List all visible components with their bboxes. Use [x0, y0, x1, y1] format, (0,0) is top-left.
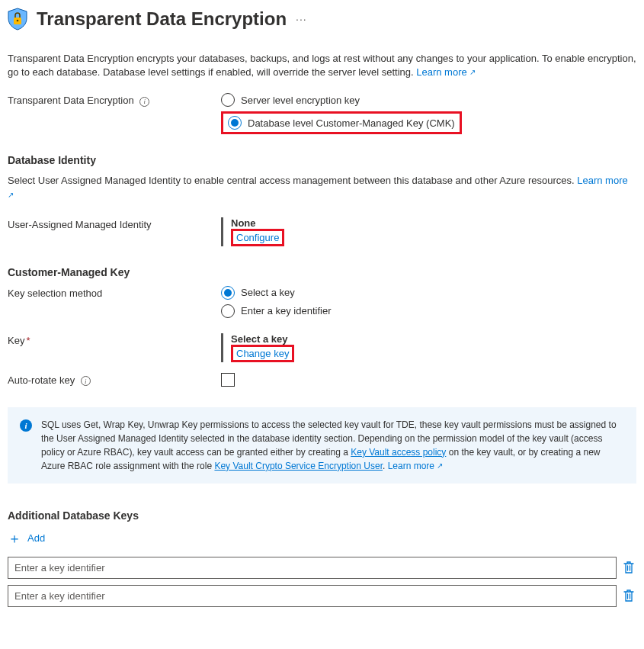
auto-rotate-checkbox[interactable] — [221, 373, 235, 387]
info-filled-icon: i — [20, 419, 32, 432]
server-level-radio-label: Server level encryption key — [241, 95, 360, 106]
key-vault-crypto-role-link[interactable]: Key Vault Crypto Service Encryption User — [214, 461, 383, 471]
key-value: Select a key — [231, 333, 636, 345]
key-vault-access-policy-link[interactable]: Key Vault access policy — [351, 447, 446, 458]
delete-key-button[interactable] — [623, 561, 636, 574]
configure-identity-link[interactable]: Configure — [236, 232, 279, 243]
server-level-radio[interactable]: Server level encryption key — [221, 93, 636, 107]
database-level-cmk-radio-label: Database level Customer-Managed Key (CMK… — [248, 117, 455, 129]
shield-lock-icon — [8, 8, 27, 31]
select-key-radio[interactable]: Select a key — [221, 286, 636, 300]
key-identifier-row — [8, 585, 636, 607]
page-description: Transparent Data Encryption encrypts you… — [8, 52, 636, 79]
radio-unselected-icon — [221, 93, 235, 107]
tde-label: Transparent Data Encryption i — [8, 93, 221, 107]
select-key-radio-label: Select a key — [241, 287, 295, 298]
plus-icon: ＋ — [8, 529, 21, 548]
key-label: Key* — [8, 333, 221, 346]
database-identity-description: Select User Assigned Managed Identity to… — [8, 174, 636, 201]
infobox-learn-more-link[interactable]: Learn more ↗ — [388, 461, 444, 471]
delete-key-button[interactable] — [623, 589, 636, 602]
key-identifier-input[interactable] — [8, 585, 617, 607]
radio-unselected-icon — [221, 304, 235, 318]
page-title: Transparent Data Encryption — [37, 8, 287, 30]
svg-point-1 — [17, 20, 19, 22]
info-callout: i SQL uses Get, Wrap Key, Unwrap Key per… — [8, 407, 636, 484]
key-selection-method-label: Key selection method — [8, 286, 221, 299]
radio-selected-icon — [228, 116, 242, 130]
enter-key-identifier-radio-label: Enter a key identifier — [241, 305, 332, 316]
add-key-label: Add — [27, 532, 45, 544]
uami-value: None — [231, 217, 636, 229]
uami-label: User-Assigned Managed Identity — [8, 217, 221, 230]
info-icon[interactable]: i — [81, 376, 91, 386]
database-level-cmk-radio[interactable]: Database level Customer-Managed Key (CMK… — [228, 116, 455, 130]
key-identifier-input[interactable] — [8, 557, 617, 579]
page-header: Transparent Data Encryption ··· — [8, 8, 636, 31]
cmk-heading: Customer-Managed Key — [8, 266, 636, 278]
external-link-icon: ↗ — [437, 461, 443, 470]
required-indicator-icon: * — [26, 335, 30, 346]
change-key-link[interactable]: Change key — [236, 348, 289, 359]
more-actions-button[interactable]: ··· — [296, 13, 307, 25]
auto-rotate-label: Auto-rotate key i — [8, 373, 221, 387]
database-identity-heading: Database Identity — [8, 154, 636, 166]
external-link-icon: ↗ — [8, 191, 14, 199]
learn-more-link[interactable]: Learn more ↗ — [416, 66, 476, 78]
external-link-icon: ↗ — [469, 68, 476, 76]
info-icon[interactable]: i — [139, 97, 149, 107]
add-key-button[interactable]: ＋ Add — [8, 529, 45, 548]
enter-key-identifier-radio[interactable]: Enter a key identifier — [221, 304, 636, 318]
radio-selected-icon — [221, 286, 235, 300]
trash-icon — [623, 589, 635, 602]
key-identifier-row — [8, 557, 636, 579]
additional-keys-heading: Additional Database Keys — [8, 509, 636, 522]
trash-icon — [623, 561, 635, 574]
